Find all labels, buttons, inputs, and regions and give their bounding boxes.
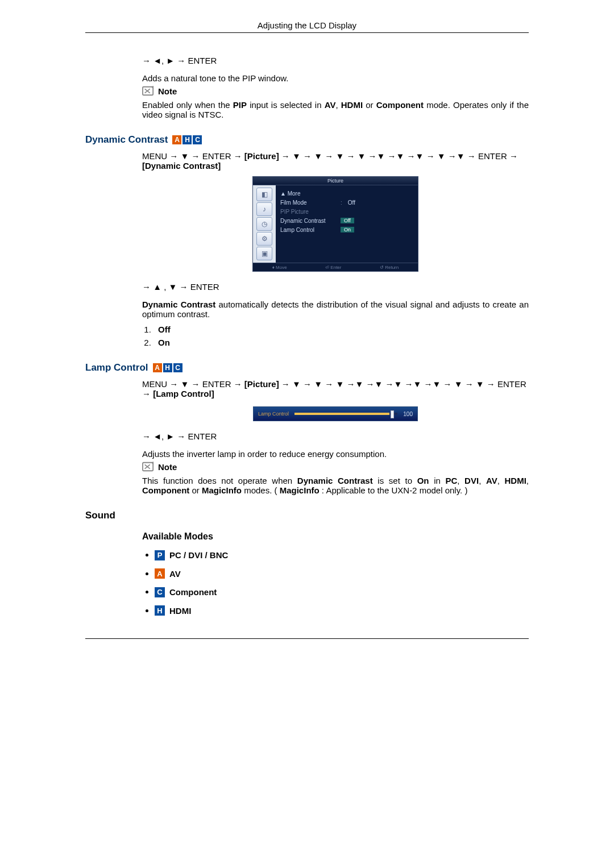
t: MagicInfo — [280, 485, 320, 495]
dc-body: MENU → ▼ → ENTER → [Picture] → ▼ → ▼ → ▼… — [142, 151, 529, 347]
note-label: Note — [158, 86, 177, 96]
mode-badges: A H C — [172, 135, 202, 144]
lc-nav2: → ◄, ► → ENTER — [142, 431, 529, 441]
osd-row: PIP Picture — [280, 207, 413, 216]
section-sound: Sound — [85, 510, 529, 521]
t: → ▼ → ▼ → ▼ → ▼ →▼ →▼ →▼ → ▼ →▼ → ENTER … — [279, 151, 518, 161]
badge-h: H — [155, 605, 165, 616]
colon: : — [341, 200, 342, 206]
page-header: Adjusting the LCD Display — [85, 17, 529, 33]
lamp-osd: Lamp Control 100 — [253, 406, 418, 421]
osd-label: Lamp Control — [280, 227, 337, 233]
mode-label: Component — [169, 587, 217, 597]
dc-desc: Dynamic Contrast automatically detects t… — [142, 300, 529, 319]
multi-icon: ▣ — [256, 247, 272, 260]
t: Dynamic Contrast — [297, 476, 373, 485]
t: input is selected in — [247, 100, 325, 110]
t: modes. ( — [242, 485, 280, 495]
osd-row: Film Mode : Off — [280, 198, 413, 207]
modes-list: P PC / DVI / BNC A AV C Component H HDMI — [155, 550, 529, 616]
opt: On — [158, 338, 170, 347]
list-item: Off — [154, 325, 529, 334]
lc-nav1: MENU → ▼ → ENTER → [Picture] → ▼ → ▼ → ▼… — [142, 379, 529, 398]
lamp-label: Lamp Control — [258, 411, 289, 417]
note-icon — [142, 85, 155, 97]
lc-osd-wrap: Lamp Control 100 — [142, 406, 529, 421]
osd-title: Picture — [253, 177, 418, 185]
list-item: On — [154, 338, 529, 347]
pip-nav: → ◄, ► → ENTER — [142, 56, 529, 65]
mode-label: AV — [169, 569, 181, 579]
t: AV — [486, 476, 497, 485]
t: : Applicable to the UXN-2 model only. ) — [320, 485, 468, 495]
t: [Dynamic Contrast] — [142, 161, 221, 171]
section-dynamic-contrast: Dynamic Contrast A H C — [85, 134, 529, 146]
heading-text: Dynamic Contrast — [85, 134, 168, 146]
badge-a: A — [155, 568, 165, 579]
t: AV — [325, 100, 336, 110]
osd-more: ▲ More — [280, 189, 413, 198]
dc-nav2: → ▲ , ▼ → ENTER — [142, 282, 529, 292]
osd-row: Lamp Control On — [280, 225, 413, 234]
t: , — [457, 476, 464, 485]
lc-note-row: Note — [142, 461, 529, 472]
mode-label: HDMI — [169, 606, 191, 616]
t: This function does not operate when — [142, 476, 297, 485]
t: MagicInfo — [202, 485, 242, 495]
list-item: C Component — [155, 587, 529, 597]
osd-sidebar: ◧ ♪ ◷ ⚙ ▣ — [253, 185, 276, 263]
foot-return: ↺ Return — [380, 265, 399, 270]
lamp-slider — [294, 413, 397, 415]
osd-footer: ♦ Move ⏎ Enter ↺ Return — [253, 263, 418, 271]
osd-main: ▲ More Film Mode : Off PIP Picture Dynam… — [276, 185, 418, 263]
t: HDMI — [504, 476, 526, 485]
osd-val: On — [341, 227, 354, 232]
dc-nav1: MENU → ▼ → ENTER → [Picture] → ▼ → ▼ → ▼… — [142, 151, 529, 171]
list-item: H HDMI — [155, 605, 529, 616]
t: [Picture] — [244, 151, 279, 161]
mode-label: PC / DVI / BNC — [169, 550, 228, 560]
badge-c: C — [173, 363, 182, 372]
badge-c: C — [155, 587, 165, 597]
sound-body: Available Modes P PC / DVI / BNC A AV C … — [142, 531, 529, 616]
t: DVI — [464, 476, 479, 485]
heading-text: Sound — [85, 510, 115, 521]
badge-h: H — [182, 135, 192, 144]
pip-desc: Adds a natural tone to the PIP window. — [142, 73, 529, 83]
dc-options: Off On — [154, 325, 529, 347]
sound-icon: ♪ — [256, 202, 272, 216]
osd-panel: Picture ◧ ♪ ◷ ⚙ ▣ ▲ More Film Mode : — [252, 176, 418, 272]
slider-knob — [391, 410, 394, 418]
t: MENU → ▼ → ENTER → — [142, 151, 244, 161]
t: Component — [142, 485, 189, 495]
t: MENU → ▼ → ENTER → — [142, 379, 244, 389]
t: in — [429, 476, 445, 485]
osd-body: ◧ ♪ ◷ ⚙ ▣ ▲ More Film Mode : Off — [253, 185, 418, 263]
heading-text: Lamp Control — [85, 362, 148, 373]
t: Dynamic Contrast — [142, 300, 215, 309]
t: or — [363, 100, 376, 110]
lc-body: MENU → ▼ → ENTER → [Picture] → ▼ → ▼ → ▼… — [142, 379, 529, 495]
t: [Picture] — [244, 379, 279, 389]
t: , — [479, 476, 486, 485]
t: , — [526, 476, 529, 485]
osd-val: Off — [348, 200, 355, 206]
osd-label: Dynamic Contrast — [280, 218, 337, 224]
osd-val: Off — [341, 218, 354, 223]
slider-fill — [294, 413, 389, 415]
t: is set to — [373, 476, 417, 485]
foot-enter: ⏎ Enter — [325, 265, 341, 270]
pip-continuation: → ◄, ► → ENTER Adds a natural tone to th… — [142, 56, 529, 119]
pip-note-text: Enabled only when the PIP input is selec… — [142, 100, 529, 119]
picture-icon: ◧ — [256, 188, 272, 201]
t: HDMI — [341, 100, 363, 110]
list-item: A AV — [155, 568, 529, 579]
settings-icon: ⚙ — [256, 232, 272, 246]
footer-rule — [85, 638, 529, 639]
note-icon — [142, 461, 155, 472]
t: Component — [376, 100, 424, 110]
note-label: Note — [158, 462, 177, 472]
t: [Lamp Control] — [153, 389, 214, 398]
t: PIP — [233, 100, 247, 110]
section-lamp-control: Lamp Control A H C — [85, 362, 529, 373]
